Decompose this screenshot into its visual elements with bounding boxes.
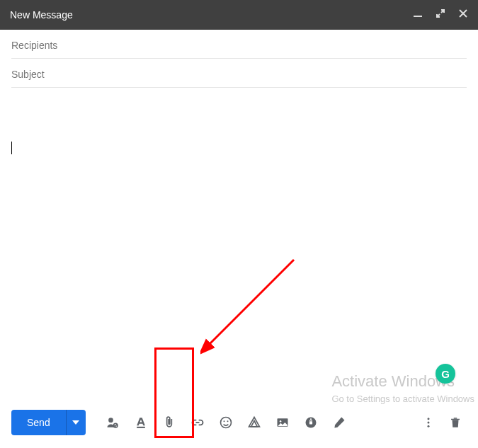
grammarly-badge[interactable]: G <box>436 364 455 384</box>
annotation-arrow <box>200 257 300 356</box>
subject-row <box>11 59 467 88</box>
svg-rect-0 <box>414 16 422 17</box>
svg-point-12 <box>428 422 430 424</box>
close-icon[interactable] <box>458 8 468 21</box>
svg-line-14 <box>207 260 294 346</box>
compose-header: New Message <box>0 0 478 30</box>
recipients-row <box>11 30 467 59</box>
formatting-icon[interactable] <box>127 408 155 437</box>
compose-toolbar: Send <box>0 397 478 448</box>
subject-input[interactable] <box>11 59 467 87</box>
svg-point-1 <box>108 418 113 423</box>
attach-icon[interactable] <box>155 408 183 437</box>
discard-icon[interactable] <box>444 410 467 435</box>
photo-icon[interactable] <box>268 408 297 437</box>
drive-icon[interactable] <box>240 408 268 437</box>
svg-point-4 <box>220 418 231 428</box>
pen-icon[interactable] <box>325 408 353 437</box>
window-controls <box>413 8 468 21</box>
toolbar-right <box>417 410 467 435</box>
grammarly-letter: G <box>441 368 450 380</box>
toolbar-icons <box>98 408 353 437</box>
svg-point-8 <box>280 420 282 423</box>
confidential-icon[interactable] <box>297 408 325 437</box>
more-options-icon[interactable] <box>417 410 440 435</box>
link-icon[interactable] <box>183 408 212 437</box>
fullscreen-icon[interactable] <box>436 8 445 21</box>
send-group: Send <box>11 410 86 435</box>
svg-rect-3 <box>137 427 145 428</box>
svg-point-11 <box>428 418 430 420</box>
svg-rect-10 <box>309 421 312 424</box>
text-cursor <box>11 142 12 154</box>
minimize-icon[interactable] <box>413 8 423 21</box>
send-options-dropdown[interactable] <box>66 410 86 435</box>
send-button[interactable]: Send <box>11 410 66 435</box>
compose-title: New Message <box>10 9 413 21</box>
compose-body-area[interactable] <box>0 88 478 110</box>
emoji-icon[interactable] <box>212 408 240 437</box>
svg-point-13 <box>428 425 430 427</box>
svg-point-5 <box>223 420 224 422</box>
recipients-input[interactable] <box>11 30 467 58</box>
signature-icon[interactable] <box>98 408 127 437</box>
svg-point-6 <box>227 420 228 422</box>
